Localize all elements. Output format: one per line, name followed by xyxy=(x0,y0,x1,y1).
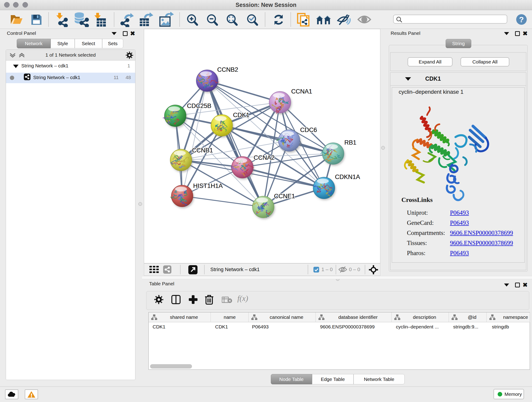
svg-text:CCNB1: CCNB1 xyxy=(192,147,213,154)
svg-text:CDC25B: CDC25B xyxy=(187,102,211,109)
svg-text:CCNB2: CCNB2 xyxy=(217,66,238,73)
svg-text:CCNA2: CCNA2 xyxy=(254,154,275,161)
svg-text:?: ? xyxy=(519,15,524,24)
svg-text:RB1: RB1 xyxy=(344,139,356,146)
svg-text:CDKN1A: CDKN1A xyxy=(335,173,360,180)
svg-text:CDK1: CDK1 xyxy=(233,112,249,119)
svg-text:CCNA1: CCNA1 xyxy=(291,88,312,95)
svg-text:CCNE1: CCNE1 xyxy=(274,193,295,200)
svg-text:HIST1H1A: HIST1H1A xyxy=(193,182,223,189)
svg-text:CDC6: CDC6 xyxy=(300,127,317,133)
